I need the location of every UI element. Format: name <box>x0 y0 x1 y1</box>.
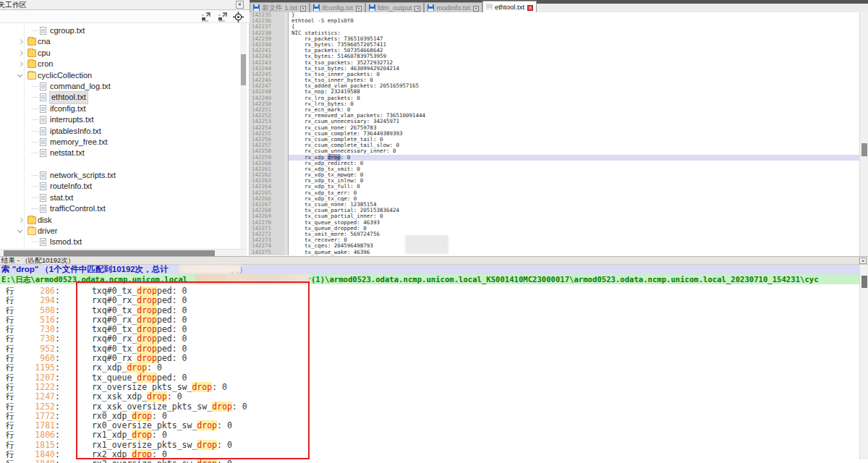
code-text: rx_xdp_tx_inlnw: 0 <box>289 178 859 184</box>
tree-item-stat-txt[interactable]: stat.txt <box>0 192 240 203</box>
result-text: rx2_oversize_pkts_sw_drop: 0 <box>92 459 232 463</box>
result-line-number: 730 <box>19 325 55 334</box>
tree-item-network_scripts-txt[interactable]: network_scripts.txt <box>0 170 240 181</box>
row-label: 行 <box>6 286 19 296</box>
result-line-number: 1781 <box>19 421 55 430</box>
tree-connector-line <box>31 242 38 242</box>
chevron-right-icon[interactable] <box>18 51 23 56</box>
tree-item-label: iptablesInfo.txt <box>50 126 101 137</box>
editor-vertical-scrollbar[interactable] <box>859 12 868 256</box>
tree-item-label: driver <box>38 226 58 237</box>
row-label: 行 <box>6 383 19 392</box>
chevron-down-icon[interactable] <box>17 72 22 77</box>
result-colon: : <box>55 459 60 463</box>
results-vertical-scrollbar-thumb[interactable] <box>861 276 867 288</box>
tree-item-disk[interactable]: disk <box>0 215 240 226</box>
save-icon <box>427 4 434 11</box>
tab-ethtool-txt[interactable]: ethtool.txt× <box>482 1 537 12</box>
tab-close-icon[interactable]: × <box>300 6 306 12</box>
locate-file-icon[interactable] <box>233 12 244 22</box>
folder-icon <box>27 38 36 46</box>
tree-item-interrupts-txt[interactable]: interrupts.txt <box>0 114 240 125</box>
code-line[interactable]: 142275 tx_queue_wake: 46396 <box>250 250 859 255</box>
chevron-right-icon[interactable] <box>18 61 23 67</box>
tab-fdm_output[interactable]: fdm_output× <box>365 2 425 12</box>
result-colon: : <box>55 421 60 430</box>
tab-close-icon[interactable]: × <box>473 6 479 12</box>
tree-item-cgroup-txt[interactable]: cgroup.txt <box>0 25 240 36</box>
workspace-close-icon[interactable]: × <box>236 1 244 9</box>
tree-item-cpu[interactable]: cpu <box>0 48 240 59</box>
tree-item-iptablesinfo-txt[interactable]: iptablesInfo.txt <box>0 126 240 137</box>
file-icon <box>40 27 46 35</box>
tree-horizontal-scrollbar-thumb[interactable] <box>4 250 215 256</box>
editor-code-area[interactable]: 142235}142236ethtool -S enp1s0f0142237{1… <box>250 12 859 256</box>
tab-close-icon[interactable]: × <box>414 6 420 12</box>
save-icon <box>369 4 375 11</box>
tree-item-trafficcontrol-txt[interactable]: trafficControl.txt <box>0 203 240 214</box>
code-text: tx_tso_inner_packets: 0 <box>289 72 859 77</box>
result-line-number: 960 <box>19 354 55 363</box>
result-colon: : <box>55 325 60 334</box>
row-label: 行 <box>6 421 19 430</box>
code-text: tx_xmit_more: 569724756 <box>289 232 859 237</box>
code-text: tx_recover: 0 <box>289 237 859 243</box>
tree-item-label: stat.txt <box>50 192 73 203</box>
tree-vertical-scrollbar[interactable] <box>240 23 247 249</box>
code-text: rx_xdp_drop: 0 <box>289 155 859 161</box>
result-colon: : <box>55 383 60 392</box>
search-result-row[interactable]: 行1849:rx2_oversize_pkts_sw_drop: 0 <box>0 459 859 463</box>
file-icon <box>40 116 46 124</box>
folder-icon <box>27 60 36 68</box>
tree-item-netstat-txt[interactable]: netstat.txt <box>0 148 240 158</box>
result-colon: : <box>55 344 60 354</box>
tree-gap <box>0 159 240 170</box>
tree-item-ifconfig-txt[interactable]: ifconfig.txt <box>0 103 240 114</box>
editor-tabbar: 新文件 1.txt×ifconfig.txt×fdm_output×modinf… <box>250 0 868 12</box>
tab-modinfo-txt[interactable]: modinfo.txt× <box>424 2 482 12</box>
chevron-right-icon[interactable] <box>18 39 23 44</box>
tree-item-cron[interactable]: cron <box>0 59 240 69</box>
tree-item-ethtool-txt[interactable]: ethtool.txt <box>0 92 240 103</box>
tree-item-cycliccollection[interactable]: cyclicCollection <box>0 70 240 81</box>
editor-vertical-scrollbar-thumb[interactable] <box>861 143 867 156</box>
tree-item-lsmod-txt[interactable]: lsmod.txt <box>0 237 240 247</box>
result-line-number: 508 <box>19 306 55 315</box>
code-text: rx_xdp_tx_xmit: 0 <box>289 166 859 172</box>
expand-all-icon[interactable] <box>200 12 211 22</box>
chevron-down-icon[interactable] <box>17 228 22 233</box>
tree-horizontal-scrollbar[interactable] <box>0 249 247 256</box>
collapse-all-icon[interactable] <box>217 12 228 22</box>
tree-item-routeinfo-txt[interactable]: routeInfo.txt <box>0 181 240 192</box>
redaction-blur <box>405 235 448 254</box>
workspace-titlebar: 夹工作区 × <box>0 0 250 10</box>
results-header: 结果 - （匹配10192次） × <box>0 257 868 265</box>
results-header-title: 结果 - （匹配10192次） <box>1 257 75 264</box>
tab-ifconfig-txt[interactable]: ifconfig.txt× <box>310 2 365 12</box>
tab-close-icon[interactable]: × <box>356 6 362 12</box>
chevron-right-icon[interactable] <box>18 218 23 223</box>
row-label: 行 <box>6 315 19 325</box>
tab--1-txt[interactable]: 新文件 1.txt× <box>250 2 310 12</box>
result-line-number: 1195 <box>19 363 55 373</box>
results-vertical-scrollbar[interactable] <box>859 265 868 459</box>
results-close-icon[interactable]: × <box>859 258 867 264</box>
result-colon: : <box>55 373 60 383</box>
workspace-panel: 夹工作区 × cgroup.txtcnacpucroncyclicCollect… <box>0 0 250 256</box>
code-line[interactable]: 142237{ <box>250 24 859 30</box>
code-line[interactable]: 142236ethtool -S enp1s0f0 <box>250 18 859 24</box>
tree-item-driver[interactable]: driver <box>0 226 240 237</box>
file-icon <box>40 138 46 146</box>
code-text: rx_xdp_tx_mpwqe: 0 <box>289 172 859 178</box>
code-text: rx_xdp_redirect: 0 <box>289 161 859 166</box>
tab-close-icon[interactable]: × <box>527 5 533 11</box>
result-colon: : <box>55 430 60 440</box>
save-icon <box>253 4 260 11</box>
tree-connector-line <box>31 175 38 176</box>
code-text: rx_csum_unnecessary_inner: 0 <box>289 148 859 154</box>
tree-vertical-scrollbar-thumb[interactable] <box>241 54 246 85</box>
tree-item-command_log-txt[interactable]: command_log.txt <box>0 81 240 92</box>
tree-item-memory_free-txt[interactable]: memory_free.txt <box>0 137 240 148</box>
tree-connector-line <box>31 86 38 87</box>
tree-item-cna[interactable]: cna <box>0 36 240 47</box>
